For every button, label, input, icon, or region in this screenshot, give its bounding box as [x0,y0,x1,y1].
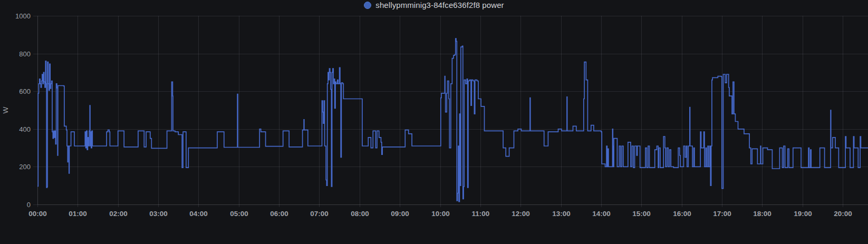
legend: shellypmminig3-84fce636f2f8 power [0,0,868,11]
x-tick-label: 19:00 [794,210,812,218]
y-axis-tick-labels: 02004006008001000 [15,12,31,209]
x-tick-label: 09:00 [391,210,409,218]
x-tick-label: 15:00 [632,210,651,218]
y-tick-label: 1000 [15,12,31,20]
y-tick-label: 0 [27,201,31,209]
y-tick-label: 400 [19,125,31,133]
y-tick-label: 600 [19,87,31,95]
x-tick-label: 20:00 [834,210,852,218]
x-tick-label: 14:00 [592,210,611,218]
x-tick-label: 17:00 [713,210,731,218]
x-tick-label: 00:00 [28,210,47,218]
x-tick-label: 05:00 [230,210,248,218]
x-tick-label: 01:00 [69,210,87,218]
x-tick-label: 18:00 [753,210,771,218]
x-tick-label: 06:00 [270,210,288,218]
legend-item-power[interactable]: shellypmminig3-84fce636f2f8 power [364,0,504,11]
x-tick-label: 03:00 [149,210,168,218]
y-axis-unit-label: W [2,106,9,113]
y-tick-label: 200 [19,163,31,171]
x-tick-label: 13:00 [552,210,571,218]
x-tick-label: 07:00 [310,210,329,218]
x-tick-label: 02:00 [109,210,128,218]
x-tick-label: 11:00 [472,210,490,218]
power-chart-panel: shellypmminig3-84fce636f2f8 power 020040… [0,0,868,244]
series-line-power[interactable] [37,38,868,202]
legend-series-dot-icon [364,2,371,9]
x-tick-label: 12:00 [512,210,530,218]
x-tick-label: 08:00 [351,210,369,218]
y-tick-label: 800 [19,50,31,58]
x-tick-label: 16:00 [673,210,691,218]
x-tick-label: 04:00 [189,210,208,218]
x-tick-label: 10:00 [431,210,450,218]
legend-series-label: shellypmminig3-84fce636f2f8 power [375,0,504,11]
x-axis-tick-labels: 00:0001:0002:0003:0004:0005:0006:0007:00… [28,210,852,218]
power-time-series-chart[interactable]: 0200400600800100000:0001:0002:0003:0004:… [0,0,868,244]
